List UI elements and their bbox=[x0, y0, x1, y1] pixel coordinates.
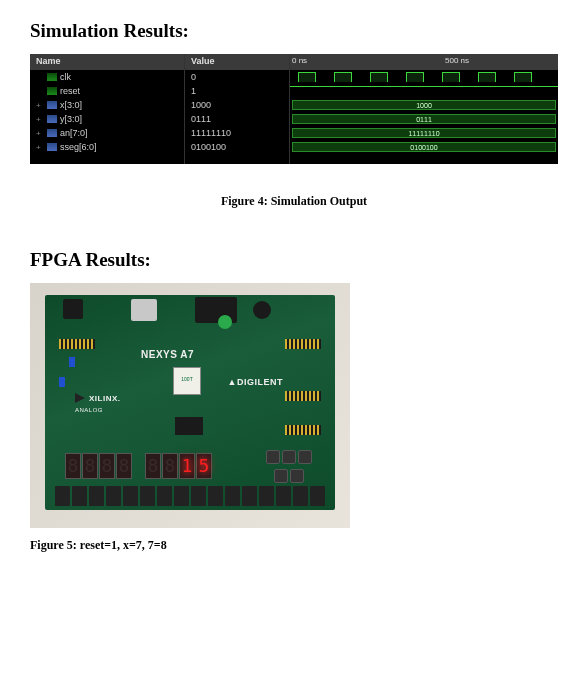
jumper bbox=[59, 377, 65, 387]
simulation-waveform-panel: Name clk reset +x[3:0] +y[3:0] +an[7:0] … bbox=[30, 54, 558, 164]
jumper bbox=[69, 357, 75, 367]
bus-waveform: 11111110 bbox=[290, 127, 558, 139]
fpga-board-photo: NEXYS A7 XILINX. ▲DIGILENT ANALOG 100T 8… bbox=[30, 283, 350, 528]
expand-icon[interactable]: + bbox=[36, 143, 44, 152]
slide-switch-row bbox=[55, 486, 325, 506]
signal-name: x[3:0] bbox=[60, 100, 82, 110]
reset-waveform bbox=[290, 84, 558, 98]
bus-waveform: 0100100 bbox=[290, 141, 558, 153]
xilinx-logo: XILINX. bbox=[75, 393, 121, 403]
pushbutton bbox=[290, 469, 304, 483]
figure-4-caption: Figure 4: Simulation Output bbox=[30, 194, 558, 209]
qc-sticker bbox=[218, 315, 232, 329]
bus-waveform: 0111 bbox=[290, 113, 558, 125]
signal-name: y[3:0] bbox=[60, 114, 82, 124]
value-column-header: Value bbox=[185, 54, 289, 70]
clk-waveform bbox=[290, 70, 558, 84]
slide-switch bbox=[72, 486, 87, 506]
bus-value: 0111 bbox=[292, 114, 556, 124]
signal-row: +an[7:0] bbox=[30, 126, 184, 140]
fpga-chip: 100T bbox=[173, 367, 201, 395]
slide-switch bbox=[293, 486, 308, 506]
figure-5-caption: Figure 5: reset=1, x=7, 7=8 bbox=[30, 538, 558, 553]
value-row: 0100100 bbox=[185, 140, 289, 154]
slide-switch bbox=[89, 486, 104, 506]
bus-value: 11111110 bbox=[292, 128, 556, 138]
signal-icon bbox=[47, 87, 57, 95]
bus-value: 1000 bbox=[292, 100, 556, 110]
sseg-digit: 8 bbox=[99, 453, 115, 479]
slide-switch bbox=[310, 486, 325, 506]
pmod-header bbox=[285, 425, 321, 435]
signal-value: 1000 bbox=[191, 100, 211, 110]
signal-row: +sseg[6:0] bbox=[30, 140, 184, 154]
pmod-header bbox=[285, 339, 321, 349]
timeline-mark-label: 500 ns bbox=[445, 56, 469, 65]
slide-switch bbox=[191, 486, 206, 506]
xilinx-label: XILINX. bbox=[89, 394, 121, 403]
audio-jack bbox=[253, 301, 271, 319]
slide-switch bbox=[174, 486, 189, 506]
slide-switch bbox=[55, 486, 70, 506]
value-row: 0111 bbox=[185, 112, 289, 126]
value-row: 1000 bbox=[185, 98, 289, 112]
pcb: NEXYS A7 XILINX. ▲DIGILENT ANALOG 100T 8… bbox=[45, 295, 335, 510]
chip-label: 100T bbox=[181, 376, 192, 382]
timeline-ruler: 0 ns 500 ns bbox=[290, 54, 558, 70]
sseg-digit: 8 bbox=[116, 453, 132, 479]
signal-row: reset bbox=[30, 84, 184, 98]
pushbutton bbox=[274, 469, 288, 483]
sseg-digit: 8 bbox=[145, 453, 161, 479]
seven-segment-group-left: 8 8 8 8 bbox=[65, 453, 132, 479]
slide-switch bbox=[259, 486, 274, 506]
slide-switch bbox=[123, 486, 138, 506]
sseg-digit: 8 bbox=[82, 453, 98, 479]
signal-row: +x[3:0] bbox=[30, 98, 184, 112]
pushbutton-group bbox=[263, 450, 315, 486]
sseg-digit-lit: 5 bbox=[196, 453, 212, 479]
signal-name: reset bbox=[60, 86, 80, 96]
signal-icon bbox=[47, 143, 57, 151]
signal-values-column: Value 0 1 1000 0111 11111110 0100100 bbox=[185, 54, 290, 164]
expand-icon[interactable]: + bbox=[36, 101, 44, 110]
slide-switch bbox=[276, 486, 291, 506]
bus-waveform: 1000 bbox=[290, 99, 558, 111]
name-column-header: Name bbox=[30, 54, 184, 70]
pushbutton bbox=[282, 450, 296, 464]
seven-segment-group-right: 8 8 1 5 bbox=[145, 453, 212, 479]
slide-switch bbox=[242, 486, 257, 506]
signal-value: 1 bbox=[191, 86, 196, 96]
waveform-area: 1000 0111 11111110 0100100 bbox=[290, 70, 558, 154]
signal-value: 0100100 bbox=[191, 142, 226, 152]
analog-label: ANALOG bbox=[75, 407, 103, 413]
value-row: 11111110 bbox=[185, 126, 289, 140]
pushbutton bbox=[298, 450, 312, 464]
xilinx-triangle-icon bbox=[75, 393, 85, 403]
signal-value: 0 bbox=[191, 72, 196, 82]
waveform-column: 0 ns 500 ns 1000 0111 11111110 0100100 bbox=[290, 54, 558, 164]
timeline-start-label: 0 ns bbox=[292, 56, 307, 65]
slide-switch bbox=[225, 486, 240, 506]
slide-switch bbox=[106, 486, 121, 506]
slide-switch bbox=[208, 486, 223, 506]
sseg-digit: 8 bbox=[65, 453, 81, 479]
expand-icon[interactable]: + bbox=[36, 115, 44, 124]
board-name-label: NEXYS A7 bbox=[141, 349, 194, 360]
expand-icon[interactable]: + bbox=[36, 129, 44, 138]
signal-value: 11111110 bbox=[191, 128, 231, 138]
fpga-results-heading: FPGA Results: bbox=[30, 249, 558, 271]
sseg-digit-lit: 1 bbox=[179, 453, 195, 479]
signal-name: an[7:0] bbox=[60, 128, 88, 138]
power-jack bbox=[63, 299, 83, 319]
signal-name: sseg[6:0] bbox=[60, 142, 97, 152]
signal-name: clk bbox=[60, 72, 71, 82]
signal-names-column: Name clk reset +x[3:0] +y[3:0] +an[7:0] … bbox=[30, 54, 185, 164]
value-row: 1 bbox=[185, 84, 289, 98]
bus-value: 0100100 bbox=[292, 142, 556, 152]
signal-icon bbox=[47, 115, 57, 123]
digilent-label: ▲DIGILENT bbox=[228, 377, 283, 387]
pmod-header bbox=[59, 339, 95, 349]
signal-icon bbox=[47, 101, 57, 109]
memory-chip bbox=[175, 417, 203, 435]
signal-row: +y[3:0] bbox=[30, 112, 184, 126]
